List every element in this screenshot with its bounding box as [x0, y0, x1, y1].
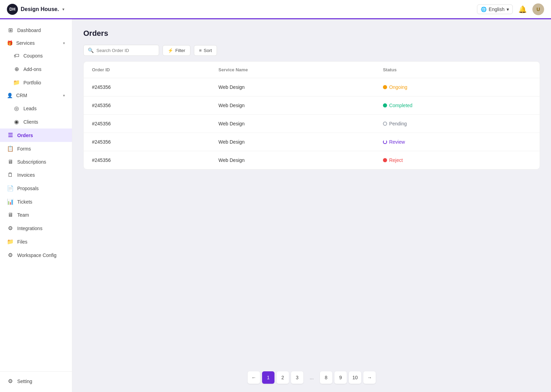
crm-icon: 👤 [7, 93, 13, 98]
crm-submenu: ◎ Leads ◉ Clients [0, 102, 72, 128]
sidebar-proposals-label: Proposals [17, 186, 39, 191]
sidebar-bottom: ⚙ Setting [0, 371, 72, 388]
sidebar-item-services[interactable]: 🎁 Services ▾ [0, 37, 72, 49]
status-dot-icon [383, 122, 387, 126]
sidebar-item-setting[interactable]: ⚙ Setting [0, 374, 72, 388]
pagination-bar: ← 1 2 3 ... 8 9 10 → [72, 363, 551, 392]
table-row[interactable]: #245356Web DesignReject [84, 151, 540, 169]
pagination-next[interactable]: → [363, 371, 376, 384]
sidebar-services-label: Services [16, 40, 35, 46]
sidebar-item-dashboard[interactable]: ⊞ Dashboard [0, 23, 72, 37]
sidebar-item-clients[interactable]: ◉ Clients [0, 115, 72, 128]
status-label: Pending [389, 121, 407, 126]
dashboard-icon: ⊞ [7, 27, 14, 33]
search-input[interactable] [96, 48, 155, 53]
status-label: Completed [389, 103, 413, 108]
cell-order-id: #245356 [84, 115, 210, 133]
pagination-page-10[interactable]: 10 [349, 371, 361, 384]
sidebar-item-addons[interactable]: ⊕ Add-ons [0, 62, 72, 76]
status-badge: Ongoing [383, 84, 531, 90]
col-status: Status [375, 62, 540, 78]
files-icon: 📁 [7, 238, 14, 245]
sidebar-item-files[interactable]: 📁 Files [0, 235, 72, 248]
sidebar-item-coupons[interactable]: 🏷 Coupons [0, 49, 72, 62]
workspace-config-icon: ⚙ [7, 252, 14, 258]
leads-icon: ◎ [13, 105, 20, 112]
sidebar-item-integrations[interactable]: ⚙ Integrations [0, 221, 72, 235]
filter-button[interactable]: ⚡ Filter [163, 45, 190, 56]
table-row[interactable]: #245356Web DesignCompleted [84, 96, 540, 115]
orders-table: Order ID Service Name Status #245356Web … [84, 62, 540, 169]
sidebar: ⊞ Dashboard 🎁 Services ▾ 🏷 Coupons ⊕ Add… [0, 19, 72, 392]
invoices-icon: 🗒 [7, 172, 14, 178]
filter-label: Filter [175, 48, 185, 53]
cell-order-id: #245356 [84, 133, 210, 151]
sort-label: Sort [204, 48, 212, 53]
cell-order-id: #245356 [84, 78, 210, 96]
pagination-page-9[interactable]: 9 [334, 371, 347, 384]
sidebar-item-workspace-config[interactable]: ⚙ Workspace Config [0, 248, 72, 262]
search-box[interactable]: 🔍 [83, 45, 159, 56]
sidebar-item-tickets[interactable]: 📊 Tickets [0, 195, 72, 208]
pagination-prev[interactable]: ← [248, 371, 260, 384]
pagination-page-3[interactable]: 3 [291, 371, 303, 384]
cell-service-name: Web Design [210, 96, 375, 115]
pagination-page-1[interactable]: 1 [262, 371, 274, 384]
sidebar-tickets-label: Tickets [17, 199, 32, 205]
cell-status: Review [375, 133, 540, 151]
status-badge: Completed [383, 103, 531, 108]
tickets-icon: 📊 [7, 198, 14, 205]
cell-service-name: Web Design [210, 78, 375, 96]
sidebar-team-label: Team [17, 212, 29, 218]
lang-chevron-icon: ▾ [507, 7, 509, 12]
cell-order-id: #245356 [84, 151, 210, 169]
status-dot-icon [383, 140, 387, 144]
coupons-icon: 🏷 [13, 53, 20, 59]
sidebar-item-subscriptions[interactable]: 🖥 Subscriptions [0, 155, 72, 168]
proposals-icon: 📄 [7, 185, 14, 192]
filter-icon: ⚡ [168, 48, 173, 53]
pagination-page-2[interactable]: 2 [277, 371, 289, 384]
cell-status: Pending [375, 115, 540, 133]
cell-service-name: Web Design [210, 133, 375, 151]
sidebar-item-orders[interactable]: ☰ Orders [0, 128, 72, 142]
avatar[interactable]: U [532, 3, 544, 15]
topbar: DH Design House. ▾ 🌐 English ▾ 🔔 U [0, 0, 551, 19]
sidebar-item-proposals[interactable]: 📄 Proposals [0, 182, 72, 195]
page-title: Orders [83, 29, 540, 38]
sidebar-invoices-label: Invoices [17, 172, 35, 178]
sidebar-portfolio-label: Portfolio [23, 80, 41, 85]
services-icon: 🎁 [7, 40, 13, 46]
pagination-ellipsis: ... [305, 375, 318, 380]
status-badge: Review [383, 139, 531, 145]
notification-button[interactable]: 🔔 [518, 5, 527, 13]
cell-service-name: Web Design [210, 115, 375, 133]
sidebar-clients-label: Clients [23, 119, 38, 125]
table-row[interactable]: #245356Web DesignOngoing [84, 78, 540, 96]
sidebar-setting-label: Setting [17, 379, 32, 384]
cell-status: Reject [375, 151, 540, 169]
sort-button[interactable]: ≡ Sort [194, 45, 217, 56]
status-dot-icon [383, 158, 387, 162]
sidebar-item-forms[interactable]: 📋 Forms [0, 142, 72, 155]
language-selector[interactable]: 🌐 English ▾ [477, 4, 513, 14]
brand-chevron-icon[interactable]: ▾ [62, 7, 64, 12]
search-icon: 🔍 [88, 48, 94, 53]
sidebar-item-invoices[interactable]: 🗒 Invoices [0, 168, 72, 182]
sidebar-addons-label: Add-ons [23, 66, 41, 72]
col-order-id: Order ID [84, 62, 210, 78]
pagination-page-8[interactable]: 8 [320, 371, 332, 384]
sidebar-item-team[interactable]: 🖥 Team [0, 208, 72, 221]
table-row[interactable]: #245356Web DesignReview [84, 133, 540, 151]
sidebar-item-label: Dashboard [17, 28, 41, 33]
sidebar-item-portfolio[interactable]: 📁 Portfolio [0, 76, 72, 89]
topbar-right: 🌐 English ▾ 🔔 U [477, 3, 544, 15]
subscriptions-icon: 🖥 [7, 159, 14, 165]
topbar-left: DH Design House. ▾ [7, 4, 64, 15]
content-area: Orders 🔍 ⚡ Filter ≡ Sort [72, 19, 551, 363]
table-row[interactable]: #245356Web DesignPending [84, 115, 540, 133]
status-dot-icon [383, 103, 387, 107]
sidebar-item-crm[interactable]: 👤 CRM ▾ [0, 89, 72, 102]
sidebar-item-leads[interactable]: ◎ Leads [0, 102, 72, 115]
services-chevron-icon: ▾ [63, 41, 65, 45]
